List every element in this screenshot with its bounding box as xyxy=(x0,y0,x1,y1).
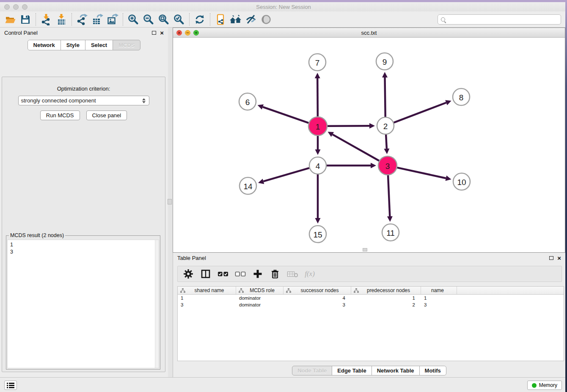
table-row[interactable]: 1dominator411 xyxy=(178,295,564,301)
birds-eye-view-button[interactable] xyxy=(259,12,274,27)
graph-edge-4-14[interactable] xyxy=(263,168,309,182)
show-columns-button[interactable] xyxy=(200,268,211,280)
tab-mcds[interactable]: MCDS xyxy=(113,40,140,50)
export-table-button[interactable] xyxy=(90,12,105,27)
node-table[interactable]: shared nameMCDS rolesuccessor nodesprede… xyxy=(177,286,564,361)
add-column-button[interactable] xyxy=(252,268,263,280)
criterion-value: strongly connected component xyxy=(21,97,96,104)
tab-node-table[interactable]: Node Table xyxy=(292,366,332,375)
graph-node-label: 4 xyxy=(316,162,320,171)
table-cell: 4 xyxy=(284,295,351,301)
float-panel-icon[interactable] xyxy=(152,31,156,35)
save-session-button[interactable] xyxy=(18,12,33,27)
tab-network[interactable]: Network xyxy=(28,40,61,50)
column-header-mcds-role[interactable]: MCDS role xyxy=(236,287,284,294)
column-type-icon xyxy=(180,288,185,293)
list-icon xyxy=(6,382,15,389)
refresh-button[interactable] xyxy=(192,12,207,27)
graph-edge-1-2[interactable] xyxy=(328,126,369,126)
close-panel-button[interactable]: Close panel xyxy=(86,110,127,120)
mcds-result-list[interactable]: 13 xyxy=(7,240,159,368)
control-panel: Control Panel × NetworkStyleSelectMCDS O… xyxy=(0,28,168,377)
memory-button[interactable]: Memory xyxy=(527,381,562,390)
table-cell: 3 xyxy=(284,302,351,307)
export-image-button[interactable] xyxy=(105,12,120,27)
delete-table-button[interactable] xyxy=(287,268,298,280)
column-header-shared-name[interactable]: shared name xyxy=(178,287,236,294)
table-toolbar: f(x) xyxy=(177,266,562,282)
open-session-button[interactable] xyxy=(3,12,18,27)
graph-edge-2-9[interactable] xyxy=(385,77,385,117)
graph-node-label: 3 xyxy=(385,162,390,171)
edge-arrowhead-icon xyxy=(258,104,264,109)
show-all-networks-button[interactable] xyxy=(228,12,243,27)
network-window-titlebar[interactable]: scc.txt xyxy=(173,28,565,38)
table-row[interactable]: 3dominator323 xyxy=(178,301,564,308)
table-header-row: shared nameMCDS rolesuccessor nodesprede… xyxy=(178,287,564,295)
graph-edge-3-10[interactable] xyxy=(397,168,446,178)
edge-arrowhead-icon xyxy=(371,163,376,168)
tab-motifs[interactable]: Motifs xyxy=(419,366,446,375)
column-label: shared name xyxy=(185,287,236,293)
edge-arrowhead-icon xyxy=(258,179,264,184)
network-canvas[interactable]: 7968124314101511 xyxy=(173,38,565,252)
close-table-panel-icon[interactable]: × xyxy=(557,255,561,261)
open-folder-icon xyxy=(4,14,16,25)
graph-edge-2-3[interactable] xyxy=(386,135,387,149)
horizontal-split-grip[interactable] xyxy=(363,248,367,251)
duplicate-network-icon xyxy=(215,14,226,25)
edge-arrowhead-icon xyxy=(315,149,321,155)
deselect-all-rows-button[interactable] xyxy=(235,268,246,280)
edge-arrowhead-icon xyxy=(382,72,388,77)
tab-style[interactable]: Style xyxy=(61,40,85,50)
delete-column-button[interactable] xyxy=(270,268,281,280)
plus-icon xyxy=(253,269,263,279)
duplicate-network-button[interactable] xyxy=(213,12,228,27)
edge-arrowhead-icon xyxy=(315,73,320,78)
vertical-split-grip[interactable] xyxy=(168,199,172,204)
import-table-button[interactable] xyxy=(54,12,69,27)
tab-edge-table[interactable]: Edge Table xyxy=(332,366,372,375)
tab-network-table[interactable]: Network Table xyxy=(372,366,420,375)
column-header-name[interactable]: name xyxy=(421,287,457,294)
close-panel-icon[interactable]: × xyxy=(160,30,164,36)
search-box xyxy=(438,14,561,25)
task-history-button[interactable] xyxy=(4,381,17,390)
run-mcds-button[interactable]: Run MCDS xyxy=(40,110,80,120)
criterion-select[interactable]: strongly connected component xyxy=(18,96,149,105)
network-canvas-svg[interactable]: 7968124314101511 xyxy=(173,38,565,252)
graph-edge-3-1[interactable] xyxy=(333,135,379,161)
mcds-result-title: MCDS result (2 nodes) xyxy=(9,232,65,238)
table-cell: 3 xyxy=(421,302,457,307)
graph-node-label: 10 xyxy=(457,178,466,187)
zoom-fit-button[interactable] xyxy=(156,12,171,27)
zoom-selected-button[interactable] xyxy=(171,12,187,27)
export-network-button[interactable] xyxy=(74,12,90,27)
graph-edge-1-7[interactable] xyxy=(317,78,318,116)
table-settings-button[interactable] xyxy=(183,268,194,280)
import-network-button[interactable] xyxy=(39,12,54,27)
zoom-fit-icon xyxy=(158,14,170,25)
export-network-icon xyxy=(76,14,88,25)
toggle-graphics-details-icon xyxy=(245,14,257,25)
graph-edge-1-6[interactable] xyxy=(263,107,308,123)
column-header-successor-nodes[interactable]: successor nodes xyxy=(284,287,351,294)
select-stepper-icon xyxy=(142,98,146,103)
column-label: MCDS role xyxy=(244,287,283,293)
column-header-predecessor-nodes[interactable]: predecessor nodes xyxy=(351,287,421,294)
tab-select[interactable]: Select xyxy=(85,40,113,50)
memory-label: Memory xyxy=(539,382,557,388)
zoom-out-button[interactable] xyxy=(141,12,156,27)
table-cell: 1 xyxy=(178,295,236,301)
float-table-panel-icon[interactable] xyxy=(549,256,553,260)
select-all-rows-button[interactable] xyxy=(217,268,228,280)
graph-edge-3-11[interactable] xyxy=(388,175,390,216)
function-builder-button[interactable]: f(x) xyxy=(304,268,315,280)
deselect-all-icon xyxy=(235,269,246,279)
search-input[interactable] xyxy=(447,17,561,22)
toggle-graphics-details-button[interactable] xyxy=(243,12,259,27)
result-scrollbar[interactable] xyxy=(155,240,159,368)
graph-node-label: 11 xyxy=(386,229,395,237)
zoom-in-button[interactable] xyxy=(126,12,141,27)
graph-edge-2-8[interactable] xyxy=(394,102,446,122)
